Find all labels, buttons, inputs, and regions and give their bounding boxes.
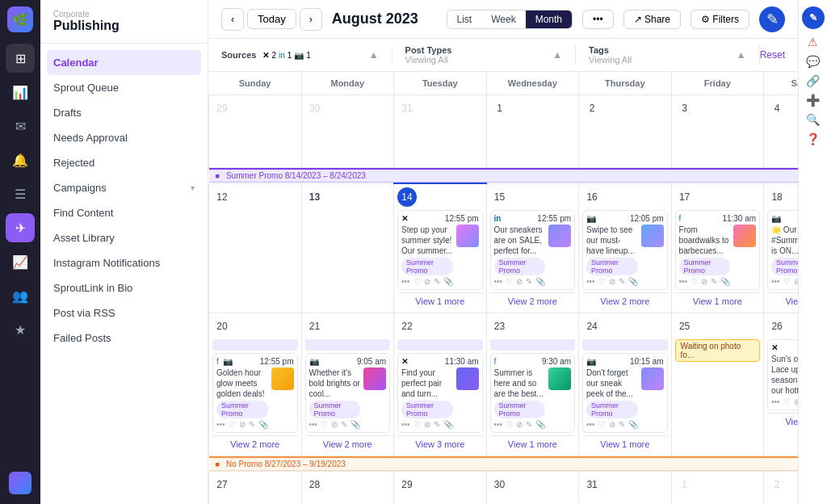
day-aug25[interactable]: 25 Waiting on photo fo... — [671, 313, 764, 456]
day-aug16[interactable]: 16 📷 12:05 pm Swipe to see our must-have… — [579, 183, 672, 313]
view-more-aug16[interactable]: View 2 more — [582, 292, 668, 309]
create-post-button[interactable]: ✎ — [759, 6, 785, 32]
post-card-sat-w2: 📷 10:05 am 🌟 Our #Summer5ale is ON... Su… — [767, 210, 798, 290]
people-icon[interactable]: 👥 — [6, 281, 35, 310]
star-icon[interactable]: ★ — [6, 315, 35, 344]
help-icon[interactable]: ❓ — [806, 132, 820, 145]
month-view-button[interactable]: Month — [526, 10, 572, 28]
list-view-button[interactable]: List — [447, 10, 482, 28]
post-thumbnail-4 — [456, 368, 479, 390]
share-button[interactable]: ↗ Share — [623, 10, 681, 29]
day-sep2[interactable]: 2 — [764, 472, 798, 505]
day-aug23[interactable]: 23 ​ f 9:30 am Summer is here and so are… — [486, 313, 579, 456]
day-aug13[interactable]: 13 — [301, 183, 394, 313]
day-aug15[interactable]: 15 in 12:55 pm Our sneakers are on SALE,… — [486, 183, 579, 313]
view-more-aug15[interactable]: View 2 more — [490, 292, 576, 309]
reset-button[interactable]: Reset — [760, 49, 785, 61]
sources-chevron-icon[interactable]: ▲ — [369, 49, 379, 61]
send-icon[interactable]: ✈ — [6, 213, 35, 242]
post-thumbnail-3 — [363, 368, 386, 390]
post-card-mon-w3: 📷 9:05 am Whether it's bold brights or c… — [305, 353, 391, 433]
view-more-aug24[interactable]: View 1 more — [582, 435, 668, 452]
link-icon[interactable]: 🔗 — [806, 74, 820, 87]
post-types-chevron-icon[interactable]: ▲ — [552, 49, 562, 61]
user-avatar[interactable]: ✎ — [802, 6, 825, 29]
week-1-row: 29 30 31 1 2 3 — [209, 95, 799, 168]
post-card-thu-w2: 📷 12:05 pm Swipe to see our must-have li… — [582, 210, 668, 290]
day-aug12[interactable]: 12 — [209, 183, 302, 313]
instagram-icon: 📷 — [586, 214, 596, 223]
day-aug26[interactable]: 26 ✕ 1:05 pm Sun's out, sale's on! Lace … — [764, 313, 798, 456]
day-aug18[interactable]: 18 📷 10:05 am 🌟 Our #Summer5ale is ON...… — [764, 183, 798, 313]
day-aug2[interactable]: 2 — [579, 95, 672, 168]
puzzle-icon[interactable] — [6, 468, 35, 498]
view-more-aug17[interactable]: View 1 more — [675, 292, 761, 309]
day-aug4[interactable]: 4 — [764, 95, 798, 168]
view-more-aug20[interactable]: View 2 more — [212, 435, 298, 452]
sidebar-item-drafts[interactable]: Drafts — [40, 100, 208, 125]
day-sep1[interactable]: 1 — [671, 472, 764, 505]
inbox-icon[interactable]: ✉ — [6, 111, 35, 141]
filters-button[interactable]: ⚙ Filters — [691, 10, 749, 29]
day-aug14[interactable]: 14 ✕ 12:55 pm Step up your summer style!… — [394, 183, 487, 313]
menu-icon[interactable]: ☰ — [6, 179, 35, 208]
today-button[interactable]: Today — [247, 9, 296, 29]
day-aug17[interactable]: 17 f 11:30 am From boardwalks to barbecu… — [671, 183, 764, 313]
x-icon: ✕ — [401, 214, 408, 223]
right-rail: ✎ ⚠ 💬 🔗 ➕ 🔍 ❓ — [798, 0, 827, 504]
search-icon[interactable]: 🔍 — [806, 113, 820, 126]
day-jul29[interactable]: 29 — [209, 95, 302, 168]
day-aug22[interactable]: 22 ​ ✕ 11:30 am Find your perfect pair a… — [394, 313, 487, 456]
no-promo-banner: ■ No Promo 8/27/2023 – 9/19/2023 — [209, 456, 799, 471]
view-more-aug23[interactable]: View 1 more — [490, 435, 576, 452]
sidebar-item-sproutlink[interactable]: SproutLink in Bio — [40, 275, 208, 300]
view-more-aug21[interactable]: View 2 more — [305, 435, 391, 452]
chat-icon[interactable]: 💬 — [806, 55, 820, 68]
view-more-aug18[interactable]: View 2 more — [767, 292, 798, 309]
day-aug3[interactable]: 3 — [671, 95, 764, 168]
sidebar-item-failed-posts[interactable]: Failed Posts — [40, 326, 208, 351]
app-logo[interactable]: 🌿 — [7, 6, 33, 32]
bell-icon[interactable]: 🔔 — [6, 145, 35, 174]
week-3-row: 20 ​ f 📷 12:55 pm Golden hour glow meets… — [209, 313, 799, 456]
sidebar-item-post-via-rss[interactable]: Post via RSS — [40, 300, 208, 326]
day-aug1[interactable]: 1 — [486, 95, 579, 168]
day-aug29[interactable]: 29 — [394, 472, 487, 505]
sidebar-item-rejected[interactable]: Rejected — [40, 150, 208, 175]
next-button[interactable]: › — [300, 8, 322, 31]
day-aug28[interactable]: 28 — [301, 472, 394, 505]
day-aug20[interactable]: 20 ​ f 📷 12:55 pm Golden hour glow meets… — [209, 313, 302, 456]
day-aug21[interactable]: 21 ​ 📷 9:05 am Whether it's bold brights… — [301, 313, 394, 456]
view-more-aug14[interactable]: View 1 more — [397, 292, 483, 309]
tags-chevron-icon[interactable]: ▲ — [737, 49, 746, 61]
sidebar-item-asset-library[interactable]: Asset Library — [40, 225, 208, 250]
sidebar-item-instagram-notifications[interactable]: Instagram Notifications — [40, 250, 208, 275]
day-aug24[interactable]: 24 ​ 📷 10:15 am Don't forget our sneak p… — [579, 313, 672, 456]
sidebar-item-calendar[interactable]: Calendar — [47, 50, 201, 75]
view-more-aug26[interactable]: View 2 more — [767, 413, 798, 430]
sidebar: Corporate Publishing Calendar Sprout Que… — [40, 0, 208, 504]
day-aug27[interactable]: 27 — [209, 472, 302, 505]
sidebar-item-needs-approval[interactable]: Needs Approval — [40, 125, 208, 150]
week-view-button[interactable]: Week — [481, 10, 525, 28]
add-icon[interactable]: ➕ — [806, 94, 820, 107]
bar-chart-icon[interactable]: 📈 — [6, 247, 35, 276]
day-jul30[interactable]: 30 — [301, 95, 394, 168]
sidebar-header: Corporate Publishing — [40, 0, 208, 44]
post-card-sun-w2: ✕ 12:55 pm Step up your summer style! Ou… — [397, 210, 483, 290]
sidebar-item-find-content[interactable]: Find Content — [40, 200, 208, 225]
day-jul31[interactable]: 31 — [394, 95, 487, 168]
calendar-container: Sunday Monday Tuesday Wednesday Thursday… — [208, 72, 798, 504]
chart-icon[interactable]: 📊 — [6, 78, 35, 107]
day-aug30[interactable]: 30 — [486, 472, 579, 505]
x-icon-3: ✕ — [771, 343, 778, 352]
view-more-aug22[interactable]: View 3 more — [397, 435, 483, 452]
prev-button[interactable]: ‹ — [221, 8, 244, 31]
more-options-button[interactable]: ••• — [582, 10, 614, 29]
post-thumbnail — [456, 225, 479, 247]
day-aug31[interactable]: 31 — [579, 472, 672, 505]
sidebar-item-campaigns[interactable]: Campaigns ▾ — [40, 175, 208, 200]
alert-icon[interactable]: ⚠ — [808, 36, 818, 48]
sidebar-item-sprout-queue[interactable]: Sprout Queue — [40, 75, 208, 100]
home-icon[interactable]: ⊞ — [6, 44, 35, 73]
